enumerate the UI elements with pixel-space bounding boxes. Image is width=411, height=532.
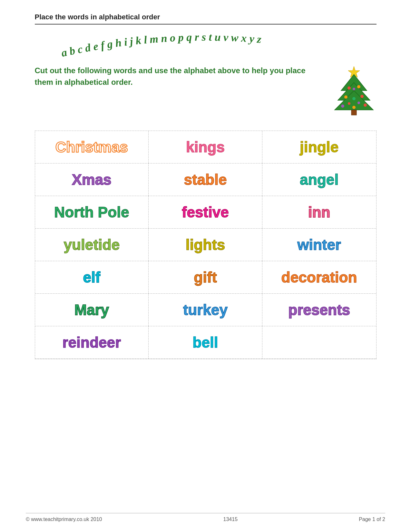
word-cell: bell [149,326,262,359]
word-cell: turkey [149,294,262,326]
word-cell: festive [149,196,262,228]
word-cell: inn [262,196,376,228]
word-cell: lights [149,229,262,261]
word-yuletide: yuletide [64,236,120,253]
word-christmas: Christmas [55,138,128,156]
svg-point-11 [352,97,356,100]
word-cell: yuletide [35,229,149,261]
word-row: reindeer bell [35,326,376,359]
word-cell-empty [262,326,376,359]
svg-point-6 [347,86,351,90]
word-row: Xmas stable angel [35,163,376,196]
word-inn: inn [308,203,330,221]
word-row: elf gift decoration [35,261,376,294]
svg-text:a b c d e f g h i j k l m n o : a b c d e f g h i j k l m n o p q r s t … [60,31,262,59]
word-gift: gift [194,269,217,286]
word-cell: gift [149,261,262,293]
intro-text: Cut out the following words and use the … [35,65,318,88]
footer-page: Page 1 of 2 [359,517,385,522]
svg-point-8 [353,88,355,90]
svg-point-16 [357,102,360,104]
svg-point-10 [360,95,364,98]
word-cell: presents [262,294,376,326]
svg-point-9 [344,95,347,99]
alphabet-display: a b c d e f g h i j k l m n o p q r s t … [35,31,377,60]
word-decoration: decoration [281,269,357,286]
word-row: Mary turkey presents [35,294,376,326]
footer-copyright: © www.teachitprimary.co.uk 2010 [26,517,102,522]
word-cell: elf [35,261,149,293]
word-xmas: Xmas [72,171,112,188]
word-cell: Xmas [35,163,149,196]
word-grid: Christmas kings jingle Xmas stable angel [35,131,377,359]
word-bell: bell [192,334,218,351]
svg-point-15 [348,102,350,105]
word-cell: stable [149,163,262,196]
word-elf: elf [83,269,100,286]
word-row: North Pole festive inn [35,196,376,229]
word-festive: festive [182,203,229,221]
word-row: Christmas kings jingle [35,131,376,163]
word-row: yuletide lights winter [35,229,376,261]
word-cell: angel [262,163,376,196]
christmas-tree-image [331,65,377,118]
word-turkey: turkey [183,301,228,319]
word-kings: kings [186,138,225,156]
svg-point-7 [357,85,360,88]
word-cell: Christmas [35,131,149,163]
word-lights: lights [186,236,225,253]
svg-point-13 [364,103,367,107]
word-cell: jingle [262,131,376,163]
word-cell: winter [262,229,376,261]
word-cell: reindeer [35,326,149,359]
word-cell: decoration [262,261,376,293]
word-cell: North Pole [35,196,149,228]
page-title: Place the words in alphabetical order [35,13,377,25]
word-reindeer: reindeer [63,334,121,351]
word-stable: stable [184,171,227,188]
word-angel: angel [300,171,338,188]
svg-point-14 [352,106,356,109]
word-cell: Mary [35,294,149,326]
word-presents: presents [288,301,350,319]
footer-code: 13415 [223,517,238,522]
word-winter: winter [297,236,341,253]
word-north-pole: North Pole [54,203,129,221]
page-footer: © www.teachitprimary.co.uk 2010 13415 Pa… [26,513,385,522]
word-jingle: jingle [300,138,338,156]
svg-rect-5 [351,110,357,115]
svg-point-12 [341,104,344,108]
word-cell: kings [149,131,262,163]
word-mary: Mary [74,301,109,319]
